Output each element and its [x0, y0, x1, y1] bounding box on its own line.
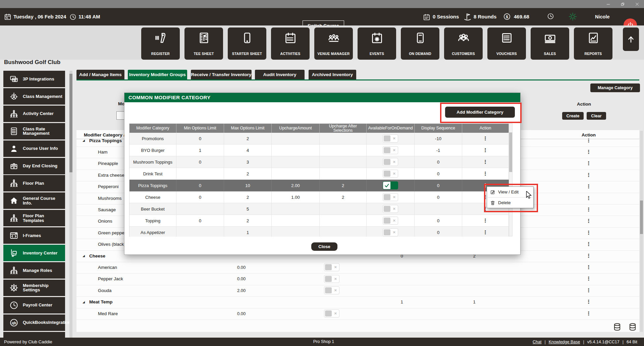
toolbar-tile-register[interactable]: REGISTER [141, 27, 180, 60]
tab-inventory-modifier-groups[interactable]: Inventory Modifier Groups [128, 70, 187, 79]
on-demand-toggle[interactable]: × [383, 158, 398, 166]
row-action-menu[interactable]: ⋮ [584, 192, 594, 204]
tab-add-manage-items[interactable]: Add / Manage Items [76, 70, 124, 79]
sidebar-item-day-end-closing[interactable]: Day End Closing [3, 158, 65, 174]
on-demand-toggle[interactable]: × [383, 205, 398, 213]
on-demand-toggle[interactable]: × [383, 193, 398, 201]
modifier-row-pizza-toppings[interactable]: Pizza Toppings0102.0020⋮ [129, 180, 509, 191]
row-action-menu[interactable]: ⋮ [584, 262, 594, 273]
modifier-row-cheese[interactable]: Cheese021.002×0⋮ [129, 191, 509, 203]
toolbar-tile-venue-manager[interactable]: VENUE MANAGER [314, 27, 353, 60]
sidebar-item-3p-integrations[interactable]: 3P Integrations [3, 71, 65, 87]
row-action-menu[interactable]: ⋮ [584, 146, 594, 158]
on-demand-toggle[interactable] [383, 181, 398, 189]
on-demand-toggle[interactable]: × [383, 170, 398, 178]
toolbar-tile-customers[interactable]: CUSTOMERS [444, 27, 483, 60]
row-action-menu[interactable]: ⋮ [584, 216, 594, 227]
sidebar-item-manage-roles[interactable]: Manage Roles [3, 262, 65, 279]
toolbar-tile-starter-sheet[interactable]: STARTER SHEET [228, 27, 266, 60]
sidebar-item-activity-center[interactable]: Activity Center [3, 106, 65, 122]
cell-upcharge-after-selections [320, 168, 367, 180]
column-header-max-options-limit: Max Options Limit [224, 124, 272, 133]
gear-icon[interactable] [568, 12, 577, 21]
sidebar-item-floor-plan-templates[interactable]: Floor Plan Templates [3, 210, 65, 226]
knowledge-base-link[interactable]: Knowledge Base [549, 340, 580, 344]
create-button[interactable]: Create [562, 112, 584, 120]
row-action-menu[interactable]: ⋮ [584, 296, 594, 308]
org-chart-icon [7, 106, 21, 122]
row-action-menu[interactable]: ⋮ [584, 135, 594, 146]
on-demand-toggle[interactable]: × [383, 217, 398, 225]
sidebar-item-payroll-center[interactable]: Payroll Center [3, 297, 65, 313]
row-action-menu[interactable]: ⋮ [584, 204, 594, 215]
chat-link[interactable]: Chat [533, 340, 541, 344]
modifier-row-drink-test[interactable]: Drink Test2×0⋮ [129, 168, 509, 180]
row-action-menu[interactable]: ⋮ [584, 250, 594, 262]
sidebar-item-membership-settings[interactable]: Membership Settings [3, 280, 65, 296]
minimize-icon[interactable] [606, 2, 610, 6]
row-action-menu[interactable]: ⋮ [584, 181, 594, 192]
clock-icon[interactable] [547, 13, 554, 20]
clock-icon [69, 13, 76, 20]
toolbar-tile-sales[interactable]: SALES [531, 27, 569, 60]
kebab-menu-icon[interactable]: ⋮ [483, 218, 488, 223]
restore-icon[interactable] [621, 2, 625, 6]
sync-inventory-icon[interactable] [613, 323, 622, 333]
row-action-menu[interactable]: ⋮ [584, 308, 594, 319]
on-demand-toggle[interactable]: × [383, 134, 398, 142]
on-demand-toggle[interactable]: × [383, 146, 398, 154]
toolbar-tile-events[interactable]: EVENTS [358, 27, 396, 60]
manage-category-button[interactable]: Manage Category [590, 83, 640, 92]
kebab-menu-icon[interactable]: ⋮ [483, 136, 488, 141]
add-modifier-category-button[interactable]: Add Modifier Category [445, 107, 515, 118]
sidebar-item-quickbooksintegration[interactable]: qbQuickBooksIntegration [3, 314, 65, 331]
sidebar-item-inventory-center[interactable]: Inventory Center [3, 245, 65, 261]
dialog-table-scrollbar-thumb[interactable] [509, 132, 512, 172]
modifier-row-mushroom-toppings[interactable]: Mushroom Toppings03×0⋮ [129, 156, 509, 168]
scroll-top-button[interactable] [623, 27, 639, 51]
kebab-menu-icon[interactable]: ⋮ [483, 171, 488, 176]
sidebar-item-floor-plan[interactable]: Floor Plan [3, 175, 65, 191]
export-inventory-icon[interactable] [628, 323, 637, 333]
modifier-row-byo-burger[interactable]: BYO Burger14×-1⋮ [129, 145, 509, 156]
toolbar-tile-reports[interactable]: REPORTS [574, 27, 612, 60]
row-action-menu[interactable]: ⋮ [584, 285, 594, 296]
row-action-menu[interactable]: ⋮ [584, 273, 594, 285]
kebab-menu-icon[interactable]: ⋮ [483, 148, 488, 153]
sidebar-item-course-user-info[interactable]: Course User Info [3, 140, 65, 157]
toolbar-tile-vouchers[interactable]: VOUCHERS [487, 27, 526, 60]
row-action-menu[interactable]: ⋮ [584, 227, 594, 238]
toolbar-tile-tee-sheet[interactable]: TEE SHEET [184, 27, 223, 60]
modifier-row-promotions[interactable]: Promotions02×-10⋮ [129, 133, 509, 145]
toolbar-tile-on-demand[interactable]: ON DEMAND [401, 27, 439, 60]
close-icon[interactable] [635, 2, 639, 6]
kebab-menu-icon[interactable]: ⋮ [483, 160, 488, 165]
sidebar-scrollbar-thumb[interactable] [69, 74, 72, 172]
tab-archived-inventory[interactable]: Archived Inventory [309, 70, 356, 79]
modifier-row-as-appetizer[interactable]: As Appetizer1×0⋮ [129, 227, 509, 237]
expand-triangle-icon[interactable]: ◢ [83, 139, 85, 142]
tab-receive-transfer-inventory[interactable]: Receive / Transfer Inventory [191, 70, 252, 79]
on-demand-toggle[interactable]: × [324, 263, 339, 271]
row-action-menu[interactable]: ⋮ [584, 239, 594, 250]
on-demand-toggle[interactable]: × [383, 228, 398, 236]
expand-triangle-icon[interactable]: ◢ [83, 300, 85, 304]
sidebar-item-i-frames[interactable]: I-Frames [3, 227, 65, 244]
row-action-menu[interactable]: ⋮ [584, 158, 594, 169]
sidebar-item-class-rate-management[interactable]: Class Rate Management [3, 123, 65, 139]
row-action-menu[interactable]: ⋮ [584, 169, 594, 181]
sidebar-item-general-course-info[interactable]: General Course Info. [3, 192, 65, 209]
clear-button[interactable]: Clear [587, 112, 606, 120]
modifier-row-topping[interactable]: Topping02×0⋮ [129, 215, 509, 227]
on-demand-toggle[interactable]: × [324, 275, 339, 283]
close-dialog-button[interactable]: Close [311, 242, 337, 251]
sidebar-item-class-management[interactable]: Class Management [3, 88, 65, 105]
on-demand-toggle[interactable]: × [324, 309, 339, 318]
toolbar-tile-activities[interactable]: ACTIVITIES [271, 27, 310, 60]
modifier-row-beer-bucket[interactable]: Beer Bucket5×⋮ [129, 203, 509, 215]
main-table-scrollbar-thumb[interactable] [640, 200, 643, 234]
kebab-menu-icon[interactable]: ⋮ [483, 230, 488, 235]
on-demand-toggle[interactable]: × [324, 286, 339, 294]
expand-triangle-icon[interactable]: ◢ [83, 254, 85, 257]
tab-audit-inventory[interactable]: Audit Inventory [255, 70, 305, 79]
